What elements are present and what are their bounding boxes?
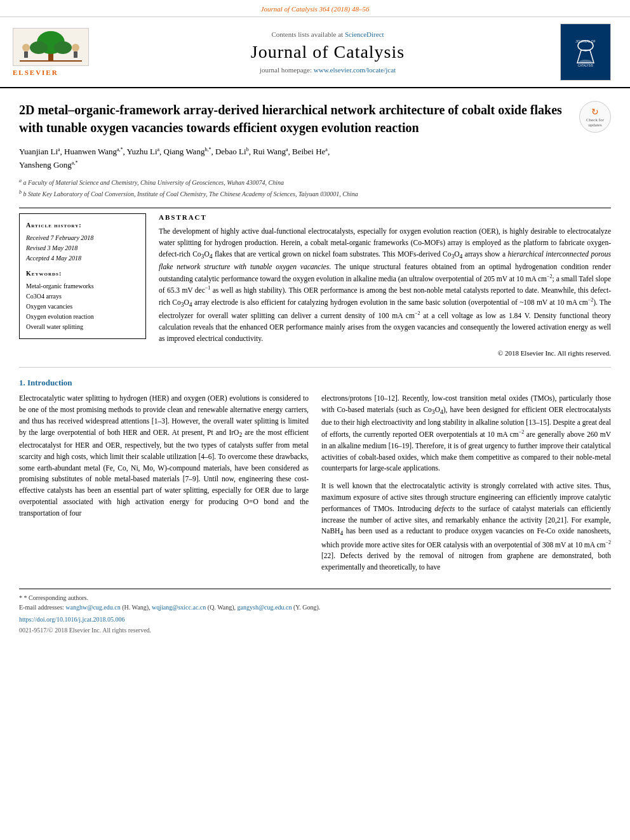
elsevier-logo-area: ELSEVIER bbox=[13, 28, 102, 76]
svg-text:JOURNAL OF: JOURNAL OF bbox=[575, 39, 595, 43]
top-bar: Journal of Catalysis 364 (2018) 48–56 bbox=[0, 0, 630, 17]
email-link-2[interactable]: wqjiang@sxicc.ac.cn bbox=[152, 604, 206, 611]
article-info-box: Article history: Received 7 February 201… bbox=[19, 213, 146, 339]
received-date: Received 7 February 2018 bbox=[26, 233, 139, 243]
keyword-5: Overall water splitting bbox=[26, 322, 139, 332]
svg-text:CATALYSIS: CATALYSIS bbox=[578, 64, 593, 67]
doi-link: https://doi.org/10.1016/j.jcat.2018.05.0… bbox=[19, 615, 611, 624]
svg-point-8 bbox=[72, 44, 79, 51]
intro-para-right-1: electrons/protons [10–12]. Recently, low… bbox=[321, 393, 611, 474]
footnote-corr-authors: * * Corresponding authors. bbox=[19, 593, 611, 603]
keywords-section: Keywords: Metal-organic frameworks Co3O4… bbox=[26, 269, 139, 332]
abstract-col: ABSTRACT The development of highly activ… bbox=[159, 213, 611, 357]
section-divider bbox=[19, 367, 611, 368]
sciencedirect-link[interactable]: ScienceDirect bbox=[345, 30, 384, 38]
svg-point-12 bbox=[579, 60, 592, 63]
affiliation-a: a a Faculty of Material Science and Chem… bbox=[19, 177, 611, 187]
keywords-title: Keywords: bbox=[26, 269, 139, 279]
intro-para-1: Electrocatalytic water splitting to hydr… bbox=[19, 393, 309, 519]
intro-heading: 1. Introduction bbox=[19, 378, 611, 388]
svg-rect-7 bbox=[24, 51, 28, 58]
article-content: 2D metal–organic-framework array-derived… bbox=[0, 88, 630, 648]
email-link-3[interactable]: gangysh@cug.edu.cn bbox=[238, 604, 292, 611]
affiliation-b: b b State Key Laboratory of Coal Convers… bbox=[19, 189, 611, 199]
issn-line: 0021-9517/© 2018 Elsevier Inc. All right… bbox=[19, 625, 611, 635]
jcat-logo-area: JOURNAL OF CATALYSIS bbox=[554, 23, 617, 81]
affiliations: a a Faculty of Material Science and Chem… bbox=[19, 177, 611, 199]
article-title-section: 2D metal–organic-framework array-derived… bbox=[19, 101, 611, 137]
elsevier-image bbox=[13, 28, 89, 66]
journal-center: Contents lists available at ScienceDirec… bbox=[102, 30, 554, 74]
elsevier-text: ELSEVIER bbox=[13, 69, 58, 76]
journal-homepage: journal homepage: www.elsevier.com/locat… bbox=[102, 66, 554, 74]
homepage-url[interactable]: www.elsevier.com/locate/jcat bbox=[314, 66, 396, 74]
svg-point-6 bbox=[22, 44, 30, 51]
intro-para-right-2: It is well known that the electrocatalyt… bbox=[321, 481, 611, 573]
journal-header: ELSEVIER Contents lists available at Sci… bbox=[0, 17, 630, 88]
footnote-area: * * Corresponding authors. E-mail addres… bbox=[19, 589, 611, 635]
keyword-4: Oxygen evolution reaction bbox=[26, 312, 139, 322]
keyword-3: Oxygen vacancies bbox=[26, 302, 139, 312]
authors-line: Yuanjian Lia, Huanwen Wanga,*, Yuzhu Lia… bbox=[19, 145, 611, 172]
journal-citation: Journal of Catalysis 364 (2018) 48–56 bbox=[261, 5, 370, 13]
check-for-updates-badge: ↻ Check for updates bbox=[579, 101, 611, 133]
article-info-col: Article history: Received 7 February 201… bbox=[19, 213, 146, 357]
abstract-title: ABSTRACT bbox=[159, 213, 611, 221]
svg-point-3 bbox=[30, 41, 48, 54]
abstract-text: The development of highly active dual-fu… bbox=[159, 226, 611, 344]
intro-col-left: Electrocatalytic water splitting to hydr… bbox=[19, 393, 309, 580]
keyword-1: Metal-organic frameworks bbox=[26, 281, 139, 291]
copyright-line: © 2018 Elsevier Inc. All rights reserved… bbox=[159, 349, 611, 357]
intro-body: Electrocatalytic water splitting to hydr… bbox=[19, 393, 611, 580]
keyword-2: Co3O4 arrays bbox=[26, 291, 139, 302]
accepted-date: Accepted 4 May 2018 bbox=[26, 253, 139, 263]
contents-link: Contents lists available at ScienceDirec… bbox=[102, 30, 554, 38]
journal-title: Journal of Catalysis bbox=[102, 42, 554, 62]
svg-rect-9 bbox=[74, 51, 77, 58]
footnote-emails: E-mail addresses: wanghw@cug.edu.cn (H. … bbox=[19, 603, 611, 612]
email-link-1[interactable]: wanghw@cug.edu.cn bbox=[65, 604, 120, 611]
svg-rect-5 bbox=[20, 60, 82, 62]
keywords-list: Metal-organic frameworks Co3O4 arrays Ox… bbox=[26, 281, 139, 332]
revised-date: Revised 3 May 2018 bbox=[26, 243, 139, 253]
divider-1 bbox=[19, 208, 611, 208]
svg-point-4 bbox=[54, 41, 72, 54]
article-title: 2D metal–organic-framework array-derived… bbox=[19, 101, 566, 137]
info-abstract-section: Article history: Received 7 February 201… bbox=[19, 213, 611, 357]
intro-col-right: electrons/protons [10–12]. Recently, low… bbox=[321, 393, 611, 580]
article-history-title: Article history: bbox=[26, 220, 139, 230]
